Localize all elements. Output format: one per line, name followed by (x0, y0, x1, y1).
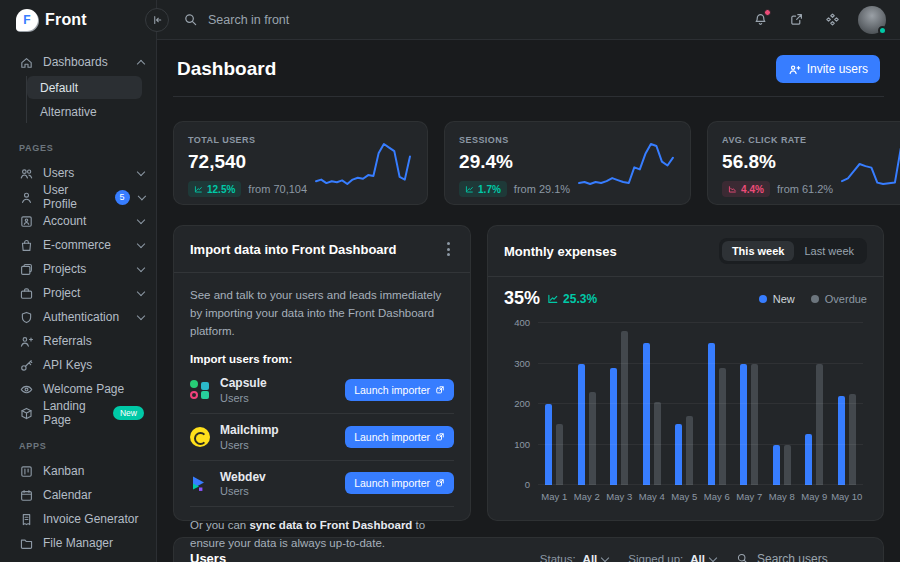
notifications-button[interactable] (746, 6, 774, 34)
bar-overdue (686, 416, 693, 485)
bar-overdue (751, 364, 758, 486)
legend-new[interactable]: New (759, 293, 795, 305)
global-search[interactable] (183, 12, 738, 27)
chevron-down-icon (137, 311, 145, 319)
chart-legend: New Overdue (759, 293, 867, 305)
sidebar-item-landing-page[interactable]: Landing Page New (0, 401, 156, 425)
launch-importer-button[interactable]: Launch importer (345, 379, 454, 401)
sparkline-chart (313, 141, 413, 187)
signed-up-filter[interactable]: Signed up: All (628, 553, 716, 562)
launch-importer-button[interactable]: Launch importer (345, 426, 454, 448)
sidebar-item-projects[interactable]: Projects (0, 257, 156, 281)
bar-group (773, 323, 791, 485)
stat-compare: from 29.1% (514, 183, 570, 195)
sidebar-item-default[interactable]: Default (27, 76, 142, 99)
sidebar-item-kanban[interactable]: Kanban (0, 459, 156, 483)
trend-badge: 4.4% (722, 181, 770, 197)
eye-icon (19, 382, 34, 397)
sidebar-item-ecommerce[interactable]: E-commerce (0, 233, 156, 257)
id-card-icon (19, 214, 34, 229)
sidebar-item-api-keys[interactable]: API Keys (0, 353, 156, 377)
sidebar-item-dashboards[interactable]: Dashboards (0, 50, 156, 74)
sidebar-item-project[interactable]: Project (0, 281, 156, 305)
bar-group (578, 323, 596, 485)
legend-overdue[interactable]: Overdue (811, 293, 867, 305)
stat-value: 29.4% (459, 151, 570, 173)
gridline (538, 403, 863, 404)
search-icon (183, 12, 198, 27)
x-axis-tick: May 7 (733, 491, 766, 502)
chevron-down-icon (137, 215, 145, 223)
bar-new (838, 396, 845, 485)
sidebar-item-authentication[interactable]: Authentication (0, 305, 156, 329)
app-window: F Front Dashboards Default Alternative P… (0, 0, 900, 562)
webdev-logo-icon (190, 473, 210, 493)
trend-badge: 1.7% (459, 181, 507, 197)
import-description: See and talk to your users and leads imm… (190, 287, 454, 340)
bar-group (675, 323, 693, 485)
vendor-row-webdev: Webdev Users Launch importer (190, 461, 454, 508)
sidebar-item-referrals[interactable]: Referrals (0, 329, 156, 353)
brand[interactable]: F Front (0, 0, 156, 40)
bar-group (740, 323, 758, 485)
export-button[interactable] (782, 6, 810, 34)
more-options-icon[interactable] (443, 238, 454, 260)
status-filter[interactable]: Status: All (540, 553, 609, 562)
stack-icon (19, 262, 34, 277)
capsule-logo-icon (190, 380, 210, 400)
sidebar-item-user-profile[interactable]: User Profile 5 (0, 185, 156, 209)
sidebar-item-invoice-generator[interactable]: Invoice Generator (0, 507, 156, 531)
page-title: Dashboard (177, 58, 276, 80)
chevron-down-icon (137, 263, 145, 271)
sidebar-item-file-manager[interactable]: File Manager (0, 531, 156, 555)
expenses-bar-chart: 0100200300400 May 1May 2May 3May 4May 5M… (504, 319, 867, 508)
chevron-up-icon (137, 60, 145, 68)
toggle-this-week[interactable]: This week (722, 241, 795, 261)
stat-card-avg-click-rate[interactable]: AVG. CLICK RATE 56.8% 4.4% from 61.2% (707, 121, 900, 205)
users-title: Users (190, 551, 226, 562)
stat-card-total-users[interactable]: TOTAL USERS 72,540 12.5% from 70,104 (173, 121, 428, 205)
notification-dot (764, 9, 771, 16)
box-icon (19, 406, 34, 421)
y-axis-tick: 300 (504, 358, 530, 369)
sidebar-item-calendar[interactable]: Calendar (0, 483, 156, 507)
bar-overdue (719, 368, 726, 485)
x-axis-tick: May 6 (701, 491, 734, 502)
sidebar-item-alternative[interactable]: Alternative (27, 100, 142, 123)
sidebar: F Front Dashboards Default Alternative P… (0, 0, 157, 562)
apps-button[interactable] (818, 6, 846, 34)
search-input[interactable] (208, 13, 408, 27)
avatar[interactable] (858, 6, 886, 34)
invite-users-button[interactable]: Invite users (776, 55, 880, 83)
stats-row: TOTAL USERS 72,540 12.5% from 70,104 SES… (173, 121, 884, 205)
sidebar-item-users[interactable]: Users (0, 161, 156, 185)
external-link-icon (435, 385, 445, 395)
main-area: Dashboard Invite users TOTAL USERS 72,54… (157, 0, 900, 562)
dashboards-subnav: Default Alternative (26, 76, 156, 123)
bar-new (773, 445, 780, 486)
apps-section-label: APPS (0, 425, 156, 459)
receipt-icon (19, 512, 34, 527)
shield-icon (19, 310, 34, 325)
toggle-last-week[interactable]: Last week (794, 241, 864, 261)
sidebar-item-welcome-page[interactable]: Welcome Page (0, 377, 156, 401)
chevron-down-icon (137, 167, 145, 175)
people-icon (19, 166, 34, 181)
y-axis-tick: 200 (504, 398, 530, 409)
person-plus-icon (19, 334, 34, 349)
page-content: Dashboard Invite users TOTAL USERS 72,54… (157, 40, 900, 562)
y-axis-tick: 400 (504, 317, 530, 328)
sidebar-collapse-button[interactable] (145, 8, 169, 32)
person-plus-icon (788, 63, 801, 76)
trend-badge: 12.5% (188, 181, 241, 197)
users-search[interactable] (736, 552, 867, 562)
sidebar-item-account[interactable]: Account (0, 209, 156, 233)
bar-group (610, 323, 628, 485)
sync-data-link[interactable]: sync data to Front Dashboard (249, 519, 412, 531)
sparkline-chart (839, 141, 900, 187)
user-profile-count-badge: 5 (115, 190, 130, 205)
stat-card-sessions[interactable]: SESSIONS 29.4% 1.7% from 29.1% (444, 121, 691, 205)
launch-importer-button[interactable]: Launch importer (345, 472, 454, 494)
graph-up-icon (194, 185, 203, 194)
users-search-input[interactable] (757, 552, 867, 562)
